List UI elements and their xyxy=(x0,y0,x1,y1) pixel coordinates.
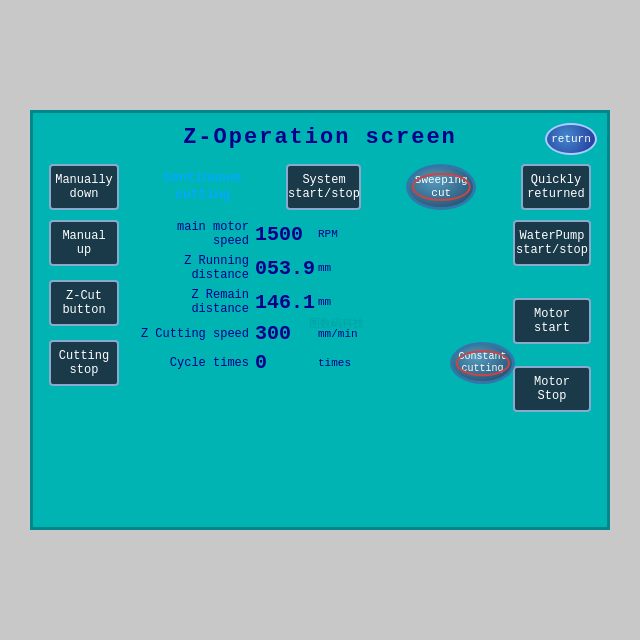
motor-start-button[interactable]: Motorstart xyxy=(513,298,591,344)
z-running-unit: mm xyxy=(318,262,331,274)
right-column: WaterPumpstart/stop Motorstart MotorStop xyxy=(511,220,591,412)
motor-start-label: Motorstart xyxy=(534,307,570,336)
quickly-returned-label: Quicklyreturned xyxy=(527,173,585,202)
z-running-row: Z Runningdistance 053.9 mm xyxy=(135,254,495,282)
system-start-stop-button[interactable]: Systemstart/stop xyxy=(286,164,361,210)
motor-speed-label: main motor speed xyxy=(135,220,255,248)
continuous-cutting-button[interactable]: Continuouscutting xyxy=(164,170,242,204)
system-start-stop-label: Systemstart/stop xyxy=(288,173,360,202)
motor-stop-label: MotorStop xyxy=(534,375,570,404)
data-display: main motor speed 1500 RPM Z Runningdista… xyxy=(127,220,503,412)
cycle-times-value: 0 xyxy=(255,351,315,374)
cycle-times-label: Cycle times xyxy=(135,356,255,370)
cycle-times-unit: times xyxy=(318,357,351,369)
top-button-row: Manuallydown Continuouscutting Systemsta… xyxy=(49,164,591,210)
manually-down-label: Manuallydown xyxy=(55,173,113,202)
cycle-times-row: Cycle times 0 times Constantcutting xyxy=(135,351,495,374)
cutting-stop-label: Cuttingstop xyxy=(59,349,109,378)
motor-speed-value: 1500 xyxy=(255,223,315,246)
z-cutting-speed-value: 300 xyxy=(255,322,315,345)
z-running-label: Z Runningdistance xyxy=(135,254,255,282)
waterpump-button[interactable]: WaterPumpstart/stop xyxy=(513,220,591,266)
continuous-cutting-label: Continuouscutting xyxy=(164,170,242,202)
waterpump-label: WaterPumpstart/stop xyxy=(516,229,588,258)
return-button[interactable]: return xyxy=(545,123,597,155)
manually-down-button[interactable]: Manuallydown xyxy=(49,164,119,210)
motor-stop-button[interactable]: MotorStop xyxy=(513,366,591,412)
z-cutting-speed-label: Z Cutting speed xyxy=(135,327,255,341)
constant-cutting-button[interactable]: Constantcutting xyxy=(450,342,515,384)
z-remain-label: Z Remaindistance xyxy=(135,288,255,316)
z-running-value: 053.9 xyxy=(255,257,315,280)
motor-speed-unit: RPM xyxy=(318,228,338,240)
z-cutting-speed-row: Z Cutting speed 300 mm/min xyxy=(135,322,495,345)
main-screen: return Z-Operation screen Manuallydown C… xyxy=(30,110,610,530)
sweeping-cut-button[interactable]: Sweepingcut xyxy=(406,164,476,210)
constant-cutting-label: Constantcutting xyxy=(458,351,506,375)
quickly-returned-button[interactable]: Quicklyreturned xyxy=(521,164,591,210)
z-cut-label: Z-Cutbutton xyxy=(62,289,105,318)
cutting-stop-button[interactable]: Cuttingstop xyxy=(49,340,119,386)
manual-up-label: Manualup xyxy=(62,229,105,258)
return-label: return xyxy=(551,133,591,145)
z-cut-button[interactable]: Z-Cutbutton xyxy=(49,280,119,326)
left-column: Manualup Z-Cutbutton Cuttingstop xyxy=(49,220,119,412)
z-remain-unit: mm xyxy=(318,296,331,308)
middle-area: Manualup Z-Cutbutton Cuttingstop main mo… xyxy=(49,220,591,412)
manual-up-button[interactable]: Manualup xyxy=(49,220,119,266)
sweeping-cut-label: Sweepingcut xyxy=(415,174,468,200)
z-remain-row: Z Remaindistance 146.1 mm xyxy=(135,288,495,316)
z-cutting-speed-unit: mm/min xyxy=(318,328,358,340)
motor-speed-row: main motor speed 1500 RPM xyxy=(135,220,495,248)
z-remain-value: 146.1 xyxy=(255,291,315,314)
screen-title: Z-Operation screen xyxy=(49,125,591,150)
